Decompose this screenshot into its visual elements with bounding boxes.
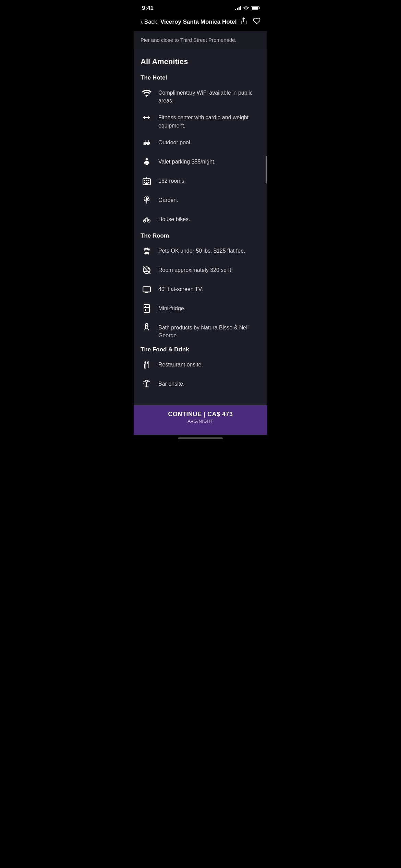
flower-icon [141,194,153,206]
fridge-icon [141,302,153,315]
svg-point-23 [148,248,149,251]
food-section-title: The Food & Drink [141,346,260,353]
amenity-fridge: Mini-fridge. [141,302,260,315]
back-button[interactable]: ‹ Back [141,18,157,26]
home-bar [178,437,223,439]
amenity-bath-text: Bath products by Natura Bisse & Neil Geo… [158,322,260,339]
svg-point-25 [147,248,148,250]
amenity-bath: Bath products by Natura Bisse & Neil Geo… [141,322,260,339]
amenity-pets: Pets OK under 50 lbs, $125 flat fee. [141,245,260,257]
amenity-fitness-text: Fitness center with cardio and weight eq… [158,111,260,129]
continue-button[interactable]: CONTINUE | CA$ 473 AVG/NIGHT [134,405,267,435]
svg-point-20 [143,220,146,222]
amenities-container: All Amenities The Hotel Complimentary Wi… [134,49,267,405]
amenity-tv: 40" flat-screen TV. [141,283,260,296]
amenities-title: All Amenities [141,57,260,66]
svg-rect-4 [148,117,149,119]
bath-icon [141,322,153,334]
hotel-section: The Hotel Complimentary WiFi available i… [141,74,260,226]
wifi-status-icon [243,6,249,10]
continue-label: CONTINUE | CA$ 473 [141,411,260,418]
amenity-restaurant: Restaurant onsite. [141,359,260,371]
amenity-pool: Outdoor pool. [141,136,260,149]
svg-point-19 [146,198,148,200]
paw-icon [141,245,153,257]
wifi-icon [141,87,153,99]
svg-point-24 [145,248,147,250]
building-icon [141,175,153,187]
svg-point-34 [146,325,147,326]
amenity-garden-text: Garden. [158,194,178,204]
amenity-valet-text: Valet parking $55/night. [158,156,216,166]
bike-icon [141,213,153,226]
amenity-bikes-text: House bikes. [158,213,190,223]
svg-rect-5 [145,117,148,119]
back-label: Back [144,19,157,25]
amenity-garden: Garden. [141,194,260,206]
valet-icon [141,156,153,168]
pool-icon [141,136,153,149]
amenity-rooms: 162 rooms. [141,175,260,187]
svg-rect-12 [148,180,149,181]
amenity-restaurant-text: Restaurant onsite. [158,359,203,369]
amenity-bar-text: Bar onsite. [158,378,184,388]
bar-icon [141,378,153,390]
status-icons [235,6,259,10]
svg-rect-16 [145,183,148,184]
svg-rect-8 [146,164,148,165]
amenity-valet: Valet parking $55/night. [141,156,260,168]
page-title: Viceroy Santa Monica Hotel [157,19,240,25]
room-section-title: The Room [141,232,260,239]
svg-rect-29 [144,304,149,313]
svg-rect-28 [143,287,150,292]
tv-icon [141,283,153,296]
svg-rect-15 [148,182,149,183]
room-section: The Room Pets OK under 50 lbs, $125 flat… [141,232,260,339]
svg-rect-3 [144,117,145,119]
status-bar: 9:41 [134,0,267,14]
amenities-wrapper: All Amenities The Hotel Complimentary Wi… [134,49,267,405]
amenity-fitness: Fitness center with cardio and weight eq… [141,111,260,129]
amenity-bikes: House bikes. [141,213,260,226]
amenity-tv-text: 40" flat-screen TV. [158,283,203,293]
amenity-bar: Bar onsite. [141,378,260,390]
teaser-text: Pier and close to Third Street Promenade… [134,31,267,49]
svg-rect-14 [146,182,147,183]
nosmoking-icon [141,264,153,276]
svg-rect-10 [144,180,145,181]
dumbbell-icon [141,111,153,124]
amenity-rooms-text: 162 rooms. [158,175,186,185]
chevron-left-icon: ‹ [141,18,143,26]
restaurant-icon [141,359,153,371]
battery-icon [251,6,259,10]
svg-point-22 [144,248,145,251]
svg-rect-11 [146,180,147,181]
amenity-pets-text: Pets OK under 50 lbs, $125 flat fee. [158,245,245,255]
home-indicator [134,435,267,441]
svg-rect-13 [144,182,145,183]
amenity-wifi-text: Complimentary WiFi available in public a… [158,87,260,105]
amenity-fridge-text: Mini-fridge. [158,302,185,312]
food-section: The Food & Drink Restaurant onsite. [141,346,260,390]
amenity-size-text: Room approximately 320 sq ft. [158,264,233,274]
share-icon[interactable] [240,17,247,27]
status-time: 9:41 [142,5,154,12]
svg-point-7 [146,158,148,160]
signal-icon [235,6,241,10]
svg-point-35 [147,326,147,327]
amenity-wifi: Complimentary WiFi available in public a… [141,87,260,105]
scrollbar[interactable] [266,156,267,183]
avg-night-label: AVG/NIGHT [141,419,260,424]
nav-actions [240,17,260,27]
nav-bar: ‹ Back Viceroy Santa Monica Hotel [134,14,267,31]
amenity-pool-text: Outdoor pool. [158,136,192,146]
svg-rect-33 [146,324,148,329]
hotel-section-title: The Hotel [141,74,260,81]
amenity-size: Room approximately 320 sq ft. [141,264,260,276]
favorite-icon[interactable] [253,17,260,27]
